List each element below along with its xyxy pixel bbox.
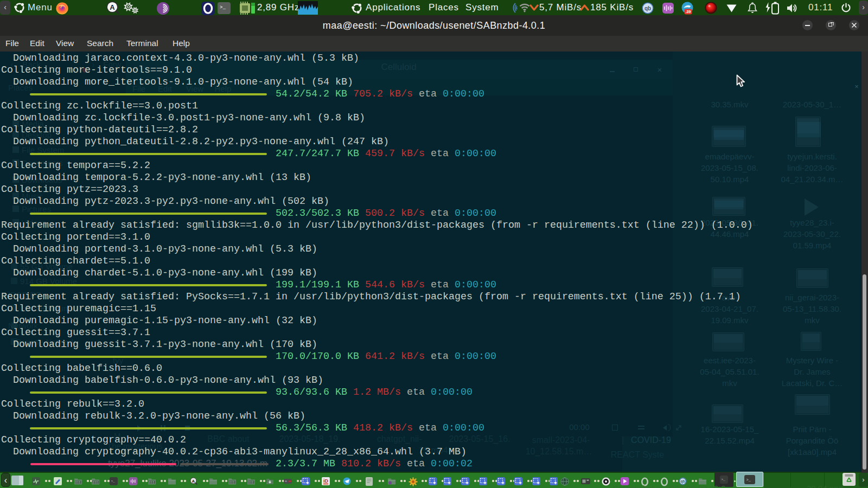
svg-text:qb: qb [681,479,685,484]
svg-text:iD: iD [323,478,329,484]
svg-text:A: A [110,3,115,11]
svg-text:>_: >_ [746,478,751,482]
svg-text:>_: >_ [111,479,116,483]
svg-text:>_: >_ [722,478,726,481]
svg-text:>_: >_ [220,5,226,10]
svg-text:qb: qb [644,5,651,11]
svg-text:.39: .39 [686,10,691,14]
svg-text:A: A [192,479,195,484]
